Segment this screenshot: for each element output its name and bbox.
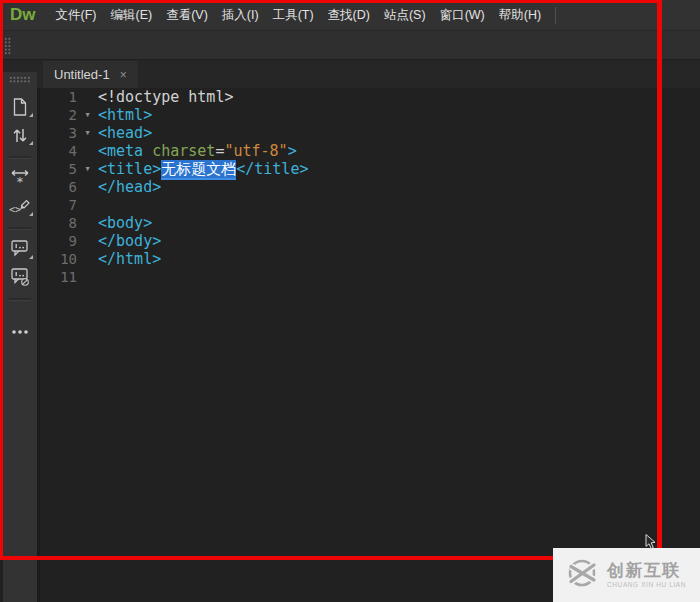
fold-arrow-icon[interactable]: ▼ <box>77 160 98 178</box>
menu-list: 文件(F)编辑(E)查看(V)插入(I)工具(T)查找(D)站点(S)窗口(W)… <box>56 7 542 24</box>
code-line[interactable]: 8<body> <box>40 214 700 232</box>
apply-comment-icon[interactable] <box>7 238 33 260</box>
code-text: </head> <box>98 178 161 196</box>
sidebar-divider <box>9 298 31 301</box>
line-number: 4 <box>40 142 77 160</box>
code-text: </html> <box>98 250 161 268</box>
tab-close-icon[interactable]: × <box>120 69 127 81</box>
submenu-corner-arrow <box>29 255 33 259</box>
mouse-cursor-icon <box>645 534 657 554</box>
menu-bar: Dw 文件(F)编辑(E)查看(V)插入(I)工具(T)查找(D)站点(S)窗口… <box>0 0 700 30</box>
svg-text:*: * <box>16 174 24 188</box>
watermark-logo-icon <box>563 554 601 596</box>
sidebar-drag-grip[interactable] <box>9 76 31 84</box>
fold-spacer <box>77 196 98 214</box>
standard-toolbar <box>0 30 700 60</box>
code-editor[interactable]: 1<!doctype html>2▼<html>3▼<head>4<meta c… <box>37 88 700 602</box>
code-line[interactable]: 7 <box>40 196 700 214</box>
code-line[interactable]: 3▼<head> <box>40 124 700 142</box>
menu-item-6[interactable]: 站点(S) <box>384 7 426 24</box>
menu-item-8[interactable]: 帮助(H) <box>499 7 541 24</box>
line-number: 2 <box>40 106 77 124</box>
line-number: 10 <box>40 250 77 268</box>
menu-item-1[interactable]: 编辑(E) <box>110 7 152 24</box>
menu-item-3[interactable]: 插入(I) <box>222 7 259 24</box>
code-text: <title>无标题文档</title> <box>98 160 308 178</box>
submenu-corner-arrow <box>29 212 33 216</box>
code-line[interactable]: 11 <box>40 268 700 286</box>
code-line[interactable]: 4<meta charset="utf-8"> <box>40 142 700 160</box>
menu-divider <box>555 7 556 24</box>
code-line[interactable]: 9</body> <box>40 232 700 250</box>
fold-spacer <box>77 250 98 268</box>
menu-item-2[interactable]: 查看(V) <box>166 7 208 24</box>
dreamweaver-window: Dw 文件(F)编辑(E)查看(V)插入(I)工具(T)查找(D)站点(S)窗口… <box>0 0 700 602</box>
fold-spacer <box>77 178 98 196</box>
line-number: 8 <box>40 214 77 232</box>
watermark-en-text: CHUANG XIN HU LIAN <box>607 581 686 588</box>
file-icon[interactable] <box>7 96 33 118</box>
code-line[interactable]: 10</html> <box>40 250 700 268</box>
fold-arrow-icon[interactable]: ▼ <box>77 124 98 142</box>
code-pencil-icon[interactable]: <> <box>7 195 33 217</box>
menu-item-7[interactable]: 窗口(W) <box>440 7 485 24</box>
coding-toolbar: *<> <box>3 72 37 602</box>
menu-item-0[interactable]: 文件(F) <box>56 7 97 24</box>
toolbar-drag-grip[interactable] <box>4 37 12 55</box>
fold-arrow-icon[interactable]: ▼ <box>77 106 98 124</box>
submenu-corner-arrow <box>29 141 33 145</box>
code-text: <body> <box>98 214 152 232</box>
remove-comment-icon[interactable] <box>7 266 33 288</box>
fold-spacer <box>77 88 98 106</box>
line-number: 5 <box>40 160 77 178</box>
watermark-badge: 创新互联 CHUANG XIN HU LIAN <box>553 548 700 602</box>
sidebar-divider <box>9 156 31 159</box>
fold-spacer <box>77 214 98 232</box>
code-text: <!doctype html> <box>98 88 233 106</box>
watermark-cn-text: 创新互联 <box>607 562 686 581</box>
line-number: 7 <box>40 196 77 214</box>
wrap-asterisk-icon[interactable]: * <box>7 167 33 189</box>
dreamweaver-logo: Dw <box>10 5 36 25</box>
menu-item-5[interactable]: 查找(D) <box>328 7 370 24</box>
sidebar-divider <box>9 227 31 230</box>
fold-spacer <box>77 268 98 286</box>
more-options-icon[interactable] <box>7 321 33 343</box>
line-number: 1 <box>40 88 77 106</box>
line-number: 6 <box>40 178 77 196</box>
code-text: </body> <box>98 232 161 250</box>
line-number: 9 <box>40 232 77 250</box>
menu-item-4[interactable]: 工具(T) <box>273 7 314 24</box>
submenu-corner-arrow <box>29 113 33 117</box>
code-line[interactable]: 6</head> <box>40 178 700 196</box>
code-text: <head> <box>98 124 152 142</box>
code-line[interactable]: 2▼<html> <box>40 106 700 124</box>
tab-untitled-1[interactable]: Untitled-1 × <box>43 61 138 88</box>
document-tab-bar: Untitled-1 × <box>0 60 700 88</box>
updown-arrows-icon[interactable] <box>7 124 33 146</box>
fold-spacer <box>77 232 98 250</box>
code-line[interactable]: 5▼<title>无标题文档</title> <box>40 160 700 178</box>
line-number: 11 <box>40 268 77 286</box>
code-text: <meta charset="utf-8"> <box>98 142 297 160</box>
code-line[interactable]: 1<!doctype html> <box>40 88 700 106</box>
tab-title: Untitled-1 <box>54 67 110 82</box>
line-number: 3 <box>40 124 77 142</box>
fold-spacer <box>77 142 98 160</box>
code-text: <html> <box>98 106 152 124</box>
svg-text:<>: <> <box>9 204 21 215</box>
